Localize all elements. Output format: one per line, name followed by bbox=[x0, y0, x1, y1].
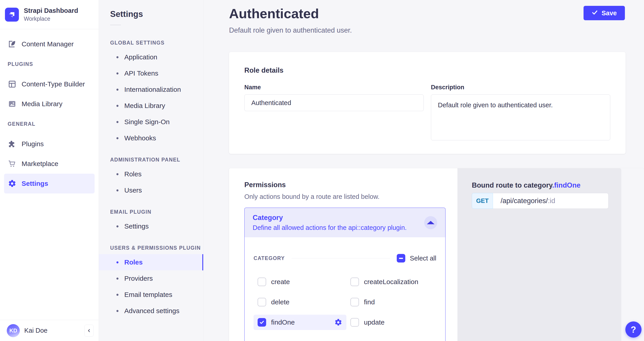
update-checkbox[interactable] bbox=[350, 318, 359, 326]
subnav-item-admin-roles[interactable]: Roles bbox=[110, 166, 203, 182]
subnav-item-providers[interactable]: Providers bbox=[110, 270, 203, 286]
select-all-checkbox[interactable] bbox=[397, 254, 405, 262]
subnav-item-label: Roles bbox=[124, 258, 143, 266]
sidebar-item-marketplace[interactable]: Marketplace bbox=[4, 154, 95, 174]
sidebar-nav: Content Manager PLUGINS Content-Type Bui… bbox=[0, 29, 99, 320]
select-all-control[interactable]: Select all bbox=[397, 254, 436, 262]
bound-route-title: Bound route to category.findOne bbox=[472, 181, 608, 189]
save-button-label: Save bbox=[602, 10, 617, 17]
subnav-item-label: Application bbox=[124, 53, 157, 61]
subnav-item-email-templates[interactable]: Email templates bbox=[110, 286, 203, 303]
category-group-label: CATEGORY bbox=[254, 255, 285, 261]
bullet-icon bbox=[116, 294, 118, 296]
sidebar-item-label: Plugins bbox=[22, 140, 44, 148]
sidebar-section-plugins: PLUGINS bbox=[4, 54, 95, 74]
avatar[interactable]: KD bbox=[7, 324, 20, 337]
user-name: Kai Doe bbox=[24, 327, 80, 334]
subnav-item-api-tokens[interactable]: API Tokens bbox=[110, 65, 203, 81]
category-accordion-header[interactable]: Category Define all allowed actions for … bbox=[244, 208, 445, 237]
category-group-row: CATEGORY Select all bbox=[254, 254, 436, 262]
sidebar-item-label: Media Library bbox=[22, 100, 62, 108]
subnav-item-label: Roles bbox=[124, 170, 142, 178]
subnav-divider bbox=[110, 25, 121, 25]
category-accordion-text: Category Define all allowed actions for … bbox=[253, 214, 407, 231]
subnav-item-application[interactable]: Application bbox=[110, 49, 203, 65]
subnav-item-webhooks[interactable]: Webhooks bbox=[110, 130, 203, 146]
route-path: /api/categories/:id bbox=[493, 193, 608, 209]
permissions-card: Permissions Only actions bound by a rout… bbox=[229, 168, 458, 341]
category-accordion-body: CATEGORY Select all create bbox=[244, 237, 445, 341]
gear-icon bbox=[8, 179, 17, 188]
route-method-badge: GET bbox=[472, 193, 493, 209]
description-textarea[interactable]: Default role given to authenticated user… bbox=[431, 95, 610, 140]
action-findOne: findOne bbox=[254, 315, 346, 330]
subnav-item-internationalization[interactable]: Internationalization bbox=[110, 81, 203, 98]
subnav-item-label: API Tokens bbox=[124, 70, 158, 77]
page-subtitle: Default role given to authenticated user… bbox=[229, 26, 644, 35]
check-icon bbox=[259, 320, 264, 325]
brand: Strapi Dashboard Workplace bbox=[0, 0, 99, 29]
subnav-section-users-permissions-plugin: USERS & PERMISSIONS PLUGIN bbox=[110, 239, 203, 254]
action-label: create bbox=[271, 278, 290, 286]
collapse-accordion-button[interactable] bbox=[424, 216, 437, 229]
bound-route-title-text: Bound route to category bbox=[472, 181, 552, 189]
subnav-item-label: Users bbox=[124, 186, 142, 194]
sidebar-item-label: Content-Type Builder bbox=[22, 80, 85, 88]
subnav-item-label: Advanced settings bbox=[124, 307, 180, 315]
subnav-item-label: Email templates bbox=[124, 291, 172, 298]
subnav-item-label: Providers bbox=[124, 275, 153, 282]
name-input[interactable] bbox=[244, 95, 424, 111]
action-label: update bbox=[364, 318, 384, 326]
subnav-item-media-library[interactable]: Media Library bbox=[110, 98, 203, 114]
subnav-item-email-settings[interactable]: Settings bbox=[110, 218, 203, 234]
subnav-item-single-sign-on[interactable]: Single Sign-On bbox=[110, 114, 203, 130]
role-details-heading: Role details bbox=[244, 66, 610, 75]
route-path-text: /api/categories/ bbox=[500, 197, 548, 205]
image-icon bbox=[8, 99, 17, 108]
permissions-section: Permissions Only actions bound by a rout… bbox=[229, 168, 644, 341]
category-accordion-subtitle: Define all allowed actions for the api::… bbox=[253, 224, 407, 231]
find-checkbox[interactable] bbox=[350, 298, 359, 306]
subnav-item-admin-users[interactable]: Users bbox=[110, 182, 203, 198]
description-field-group: Description Default role given to authen… bbox=[431, 84, 610, 141]
action-label: find bbox=[364, 298, 375, 306]
action-label: findOne bbox=[271, 318, 295, 326]
subnav-item-up-roles[interactable]: Roles bbox=[99, 254, 203, 270]
createLocalization-checkbox[interactable] bbox=[350, 277, 359, 286]
findOne-settings-button[interactable] bbox=[334, 318, 342, 326]
bullet-icon bbox=[116, 277, 118, 280]
sidebar-item-plugins[interactable]: Plugins bbox=[4, 134, 95, 154]
brand-subtitle: Workplace bbox=[24, 16, 78, 22]
bullet-icon bbox=[116, 121, 118, 123]
layout-icon bbox=[8, 80, 17, 89]
category-accordion-title: Category bbox=[253, 214, 407, 222]
check-icon bbox=[592, 9, 598, 17]
category-accordion: Category Define all allowed actions for … bbox=[244, 208, 446, 341]
sidebar-item-content-manager[interactable]: Content Manager bbox=[4, 34, 95, 54]
help-button[interactable]: ? bbox=[625, 321, 642, 338]
sidebar-item-media-library[interactable]: Media Library bbox=[4, 94, 95, 114]
select-all-label: Select all bbox=[410, 255, 436, 262]
subnav-item-advanced-settings[interactable]: Advanced settings bbox=[110, 303, 203, 319]
bullet-icon bbox=[116, 137, 118, 139]
sidebar-item-settings[interactable]: Settings bbox=[4, 174, 95, 193]
action-find: find bbox=[346, 294, 436, 310]
strapi-logo-icon bbox=[5, 8, 19, 22]
action-create: create bbox=[254, 274, 346, 289]
description-label: Description bbox=[431, 84, 610, 91]
main-sidebar: Strapi Dashboard Workplace Content Manag… bbox=[0, 0, 99, 341]
save-button[interactable]: Save bbox=[584, 6, 625, 20]
create-checkbox[interactable] bbox=[258, 277, 266, 286]
sidebar-item-content-type-builder[interactable]: Content-Type Builder bbox=[4, 74, 95, 94]
findOne-checkbox[interactable] bbox=[258, 318, 266, 326]
bound-route-title-accent: .findOne bbox=[552, 181, 580, 189]
action-label: createLocalization bbox=[364, 278, 418, 286]
collapse-sidebar-button[interactable]: ‹ bbox=[84, 324, 94, 337]
bullet-icon bbox=[116, 73, 118, 75]
bullet-icon bbox=[116, 173, 118, 175]
subnav-item-label: Media Library bbox=[124, 102, 165, 110]
bullet-icon bbox=[116, 56, 118, 58]
sidebar-item-label: Content Manager bbox=[22, 40, 74, 48]
settings-subnav: Settings GLOBAL SETTINGS Application API… bbox=[99, 0, 204, 341]
delete-checkbox[interactable] bbox=[258, 298, 266, 306]
